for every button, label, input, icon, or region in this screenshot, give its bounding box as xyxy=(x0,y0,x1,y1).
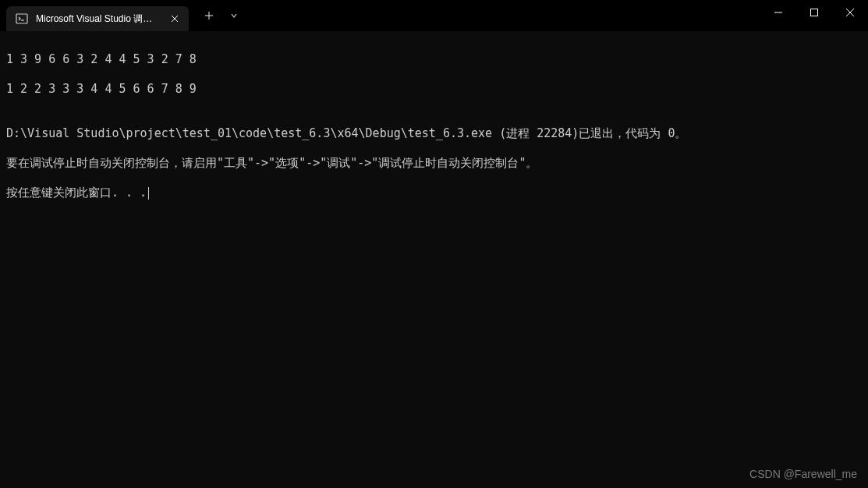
terminal-icon xyxy=(16,12,28,25)
svg-rect-0 xyxy=(16,14,27,23)
tab-area: Microsoft Visual Studio 调试控 xyxy=(0,0,245,31)
new-tab-button[interactable] xyxy=(198,5,220,27)
tab-dropdown-button[interactable] xyxy=(223,5,245,27)
output-line: 1 3 9 6 6 3 2 4 4 5 3 2 7 8 xyxy=(6,52,862,67)
debug-hint: 要在调试停止时自动关闭控制台，请启用"工具"->"选项"->"调试"->"调试停… xyxy=(6,156,862,171)
tab-close-icon[interactable] xyxy=(168,12,181,25)
output-line: 1 2 2 3 3 3 4 4 5 6 6 7 8 9 xyxy=(6,82,862,97)
window-controls xyxy=(760,0,868,31)
watermark: CSDN @Farewell_me xyxy=(749,468,857,480)
svg-rect-7 xyxy=(811,9,818,16)
minimize-button[interactable] xyxy=(760,0,796,25)
tab-actions xyxy=(198,5,245,27)
tab-title: Microsoft Visual Studio 调试控 xyxy=(36,12,161,26)
titlebar: Microsoft Visual Studio 调试控 xyxy=(0,0,868,31)
terminal-output[interactable]: 1 3 9 6 6 3 2 4 4 5 3 2 7 8 1 2 2 3 3 3 … xyxy=(0,31,868,221)
cursor-icon xyxy=(148,187,149,200)
maximize-button[interactable] xyxy=(796,0,832,25)
active-tab[interactable]: Microsoft Visual Studio 调试控 xyxy=(6,6,189,31)
exit-message: D:\Visual Studio\project\test_01\code\te… xyxy=(6,126,862,141)
close-button[interactable] xyxy=(832,0,868,25)
press-key-prompt: 按任意键关闭此窗口. . . xyxy=(6,186,862,200)
